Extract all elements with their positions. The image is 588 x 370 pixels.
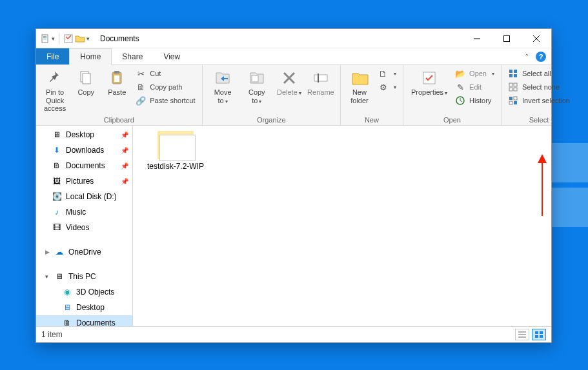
- path-icon: 🗎: [136, 82, 146, 92]
- nav-this-pc[interactable]: ▾🖥This PC: [36, 269, 132, 284]
- objects3d-icon: ◉: [62, 287, 72, 297]
- easy-access-button[interactable]: ⚙▾: [377, 81, 398, 93]
- select-none-button[interactable]: Select none: [507, 81, 571, 93]
- group-label: Select: [507, 115, 571, 124]
- copy-button[interactable]: Copy: [72, 68, 99, 98]
- close-button[interactable]: [522, 29, 551, 48]
- svg-rect-13: [114, 75, 119, 82]
- details-view-button[interactable]: [515, 329, 529, 340]
- ribbon-tabs: File Home Share View ⌃ ?: [36, 48, 551, 65]
- ribbon: Pin to Quick access Copy Paste ✂: [36, 65, 551, 126]
- chevron-down-icon[interactable]: ▾: [45, 273, 50, 280]
- easy-access-icon: ⚙: [378, 82, 389, 92]
- svg-rect-24: [514, 74, 517, 77]
- annotation-arrow: [536, 154, 549, 216]
- chevron-down-icon[interactable]: ▾: [86, 35, 90, 42]
- nav-onedrive[interactable]: ▶☁OneDrive: [36, 244, 132, 260]
- disk-icon: 💽: [52, 192, 62, 201]
- maximize-button[interactable]: [492, 29, 522, 48]
- open-button[interactable]: 📂 Open▾: [454, 68, 496, 79]
- navigation-pane[interactable]: 🖥Desktop📌 ⬇Downloads📌 🗎Documents📌 🖼Pictu…: [36, 126, 133, 326]
- invert-selection-button[interactable]: Invert selection: [507, 95, 571, 106]
- nav-desktop[interactable]: 🖥Desktop📌: [36, 127, 132, 142]
- videos-icon: 🎞: [52, 223, 62, 232]
- delete-button[interactable]: Delete▾: [276, 68, 303, 98]
- nav-videos[interactable]: 🎞Videos: [36, 220, 132, 235]
- window-body: 🖥Desktop📌 ⬇Downloads📌 🗎Documents📌 🖼Pictu…: [36, 126, 551, 327]
- tab-home[interactable]: Home: [69, 48, 112, 65]
- nav-3d-objects[interactable]: ◉3D Objects: [36, 284, 132, 300]
- chevron-down-icon[interactable]: ▾: [52, 35, 55, 42]
- select-all-button[interactable]: Select all: [507, 68, 571, 79]
- invert-icon: [508, 95, 518, 106]
- downloads-icon: ⬇: [52, 146, 62, 155]
- rename-button[interactable]: Rename: [307, 68, 335, 98]
- select-all-icon: [508, 68, 518, 79]
- svg-rect-32: [514, 101, 517, 104]
- group-label: Open: [409, 115, 496, 124]
- folder-icon[interactable]: [75, 34, 85, 44]
- nav-documents[interactable]: 🗎Documents📌: [36, 158, 132, 173]
- svg-rect-41: [540, 335, 543, 338]
- pin-icon: [46, 69, 64, 87]
- nav-downloads[interactable]: ⬇Downloads📌: [36, 142, 132, 158]
- cut-button[interactable]: ✂ Cut: [134, 68, 196, 79]
- svg-rect-26: [514, 83, 517, 86]
- quick-access-toolbar: ▾ ▾: [36, 33, 94, 44]
- svg-rect-3: [43, 39, 46, 39]
- item-count: 1 item: [41, 330, 63, 339]
- new-item-icon: 🗋: [378, 68, 389, 79]
- copy-path-button[interactable]: 🗎 Copy path: [134, 81, 196, 93]
- content-pane[interactable]: testdisk-7.2-WIP: [133, 126, 551, 326]
- tab-file[interactable]: File: [36, 48, 69, 64]
- shortcut-icon: 🔗: [136, 95, 146, 106]
- tab-share[interactable]: Share: [112, 48, 153, 64]
- svg-marker-34: [538, 154, 547, 163]
- file-name: testdisk-7.2-WIP: [147, 162, 204, 171]
- svg-rect-14: [252, 75, 258, 82]
- svg-rect-10: [83, 73, 90, 84]
- svg-rect-29: [509, 97, 512, 100]
- svg-rect-2: [43, 37, 46, 38]
- svg-rect-21: [509, 70, 512, 73]
- paste-shortcut-button[interactable]: 🔗 Paste shortcut: [134, 95, 196, 106]
- group-label: New: [346, 115, 398, 124]
- icons-view-button[interactable]: [532, 329, 546, 340]
- collapse-ribbon-icon[interactable]: ⌃: [524, 53, 529, 60]
- edit-button[interactable]: ✎ Edit: [454, 81, 496, 93]
- svg-rect-25: [509, 83, 512, 86]
- nav-pc-desktop[interactable]: 🖥Desktop: [36, 300, 132, 315]
- properties-icon[interactable]: [63, 34, 74, 44]
- minimize-button[interactable]: [462, 29, 492, 48]
- folder-item[interactable]: testdisk-7.2-WIP: [143, 131, 208, 171]
- tab-view[interactable]: View: [153, 48, 190, 64]
- group-open: Properties▾ 📂 Open▾ ✎ Edit: [403, 65, 502, 125]
- pin-icon: 📌: [121, 162, 128, 170]
- nav-pc-documents[interactable]: 🗎Documents: [36, 315, 132, 326]
- explorer-window: ▾ ▾ Documents File Home Sh: [35, 28, 552, 343]
- open-icon: 📂: [455, 68, 465, 79]
- help-icon[interactable]: ?: [536, 52, 546, 62]
- svg-rect-12: [114, 71, 119, 73]
- paste-button[interactable]: Paste: [103, 68, 130, 98]
- desktop-icon: 🖥: [62, 303, 72, 312]
- svg-rect-40: [535, 335, 538, 338]
- group-clipboard: Pin to Quick access Copy Paste ✂: [36, 65, 203, 125]
- status-bar: 1 item: [36, 327, 551, 342]
- move-to-button[interactable]: Move to▾: [208, 68, 238, 106]
- copy-to-button[interactable]: Copy to▾: [242, 68, 272, 106]
- scissors-icon: ✂: [136, 68, 146, 79]
- nav-pictures[interactable]: 🖼Pictures📌: [36, 173, 132, 189]
- svg-rect-27: [509, 88, 512, 91]
- history-button[interactable]: History: [454, 95, 496, 106]
- chevron-right-icon[interactable]: ▶: [45, 249, 50, 255]
- music-icon: ♪: [52, 208, 62, 217]
- nav-music[interactable]: ♪Music: [36, 204, 132, 220]
- nav-local-disk[interactable]: 💽Local Disk (D:): [36, 189, 132, 204]
- new-folder-button[interactable]: New folder: [346, 68, 373, 106]
- rename-icon: [312, 69, 330, 87]
- properties-button[interactable]: Properties▾: [409, 68, 450, 98]
- pin-to-quick-access-button[interactable]: Pin to Quick access: [41, 68, 68, 114]
- new-item-button[interactable]: 🗋▾: [377, 68, 398, 79]
- svg-rect-1: [43, 36, 46, 37]
